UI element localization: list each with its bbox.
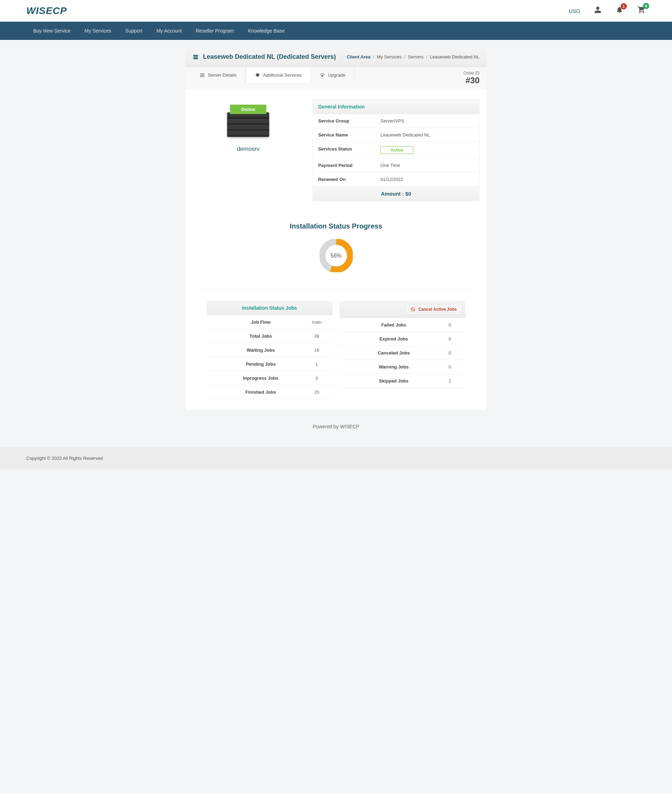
job-row: Finished Jobs20 (206, 385, 333, 399)
nav-support[interactable]: Support (118, 22, 149, 40)
info-renewed-val: 01/12/2022 (381, 177, 403, 182)
nav-services[interactable]: My Services (78, 22, 118, 40)
cancel-active-jobs-button[interactable]: Cancel Active Jobs (405, 304, 462, 315)
server-image (227, 112, 269, 137)
tag-icon (255, 72, 261, 78)
job-row: Job Flowmain (206, 315, 333, 329)
tab-details[interactable]: Server Details (191, 67, 246, 83)
job-val: 0 (308, 375, 325, 381)
footer-copyright: Copyright © 2022 All Rights Reserved (0, 447, 672, 470)
info-name-label: Service Name (318, 132, 381, 137)
job-label: Failed Jobs (347, 322, 441, 328)
job-row: Warning Jobs0 (339, 360, 466, 374)
order-id-label: Order ID (463, 71, 480, 75)
job-row: Waiting Jobs16 (206, 343, 333, 357)
order-id-value: #30 (463, 75, 480, 85)
list-icon (200, 72, 205, 78)
job-row: Inprogress Jobs0 (206, 371, 333, 385)
nav-buy[interactable]: Buy New Service (26, 22, 78, 40)
cancel-button-label: Cancel Active Jobs (418, 307, 457, 312)
cart-icon[interactable]: 0 (637, 6, 646, 16)
footer-powered: Powered by WISECP (186, 417, 486, 436)
main-nav: Buy New Service My Services Support My A… (26, 22, 646, 40)
bc-client[interactable]: Client Area (347, 54, 370, 59)
job-row: Skipped Jobs2 (339, 374, 466, 388)
info-period-val: One Time (381, 163, 400, 168)
bc-services[interactable]: My Services (377, 54, 402, 59)
logo: WISECP (26, 5, 67, 16)
job-label: Warning Jobs (347, 364, 441, 369)
breadcrumb: Client Area / My Services / Servers / Le… (347, 54, 480, 59)
job-val: 2 (441, 378, 459, 383)
job-label: Skipped Jobs (347, 378, 441, 383)
info-group-label: Service Group (318, 118, 381, 123)
job-label: Waiting Jobs (213, 347, 308, 353)
cancel-icon (411, 307, 416, 312)
job-label: Expired Jobs (347, 336, 441, 342)
svg-line-3 (412, 308, 414, 311)
job-row: Total Jobs39 (206, 329, 333, 343)
bell-icon[interactable]: 1 (616, 6, 623, 16)
tab-upgrade[interactable]: Upgrade (311, 67, 355, 83)
tab-additional[interactable]: Additional Services (246, 67, 311, 83)
bc-servers[interactable]: Servers (408, 54, 424, 59)
jobs-right-table: Cancel Active Jobs Failed Jobs0Expired J… (339, 300, 466, 399)
info-name-val: Leaseweb Dedicated NL (381, 132, 430, 137)
progress-donut: 56% (320, 239, 353, 272)
job-row: Expired Jobs0 (339, 332, 466, 346)
info-header: General Information (313, 100, 479, 114)
job-val: 0 (441, 350, 459, 356)
server-icon (192, 54, 199, 60)
job-label: Pending Jobs (213, 361, 308, 367)
info-status-label: Services Status (318, 146, 381, 154)
job-val: 16 (308, 347, 325, 353)
divider (200, 290, 472, 290)
job-label: Canceled Jobs (347, 350, 441, 356)
gauge-icon (320, 72, 325, 78)
info-table: General Information Service Group Server… (312, 99, 480, 201)
job-label: Job Flow (213, 320, 308, 325)
tab-details-label: Server Details (208, 72, 237, 78)
job-row: Canceled Jobs0 (339, 346, 466, 360)
job-val: 0 (441, 364, 459, 369)
notif-badge: 1 (621, 3, 627, 10)
tab-additional-label: Additional Services (263, 72, 302, 78)
job-label: Inprogress Jobs (213, 375, 308, 381)
job-row: Pending Jobs1 (206, 357, 333, 371)
server-status-badge: Online (230, 105, 266, 114)
jobs-left-table: Installation Status Jobs Job FlowmainTot… (206, 300, 333, 399)
job-val: 39 (308, 334, 325, 339)
user-icon[interactable] (594, 6, 602, 16)
info-period-label: Payment Period (318, 163, 381, 168)
info-group-val: Server/VPS (381, 118, 404, 123)
job-row: Failed Jobs0 (339, 318, 466, 332)
progress-title: Installation Status Progress (192, 222, 480, 230)
status-badge: Active (381, 146, 413, 154)
nav-account[interactable]: My Account (149, 22, 189, 40)
info-renewed-label: Renewed On (318, 177, 381, 182)
server-hostname: demosrv (192, 145, 304, 153)
job-val: main (308, 320, 325, 325)
tab-upgrade-label: Upgrade (328, 72, 346, 78)
job-val: 1 (308, 361, 325, 367)
amount-row: Amount : $0 (313, 187, 479, 201)
cart-badge: 0 (643, 3, 649, 9)
nav-kb[interactable]: Knowledge Base (241, 22, 291, 40)
job-val: 0 (441, 336, 459, 342)
progress-percent: 56% (326, 246, 346, 265)
currency-selector[interactable]: USD (569, 8, 580, 14)
job-label: Finished Jobs (213, 390, 308, 395)
bc-current[interactable]: Leaseweb Dedicated NL (430, 54, 480, 59)
jobs-left-header: Installation Status Jobs (206, 300, 333, 315)
job-val: 20 (308, 390, 325, 395)
page-title: Leaseweb Dedicated NL (Dedicated Servers… (203, 53, 336, 61)
job-label: Total Jobs (213, 334, 308, 339)
job-val: 0 (441, 322, 459, 328)
nav-reseller[interactable]: Reseller Program (189, 22, 241, 40)
